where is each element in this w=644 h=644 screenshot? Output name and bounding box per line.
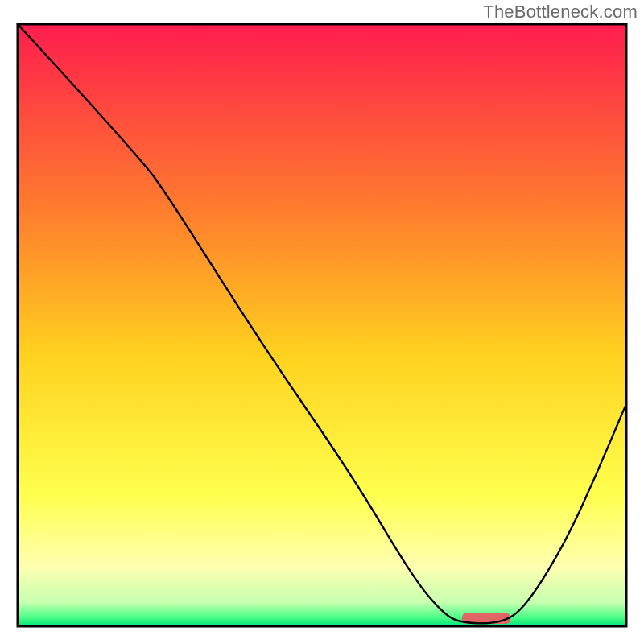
chart-background bbox=[18, 24, 626, 626]
watermark-text: TheBottleneck.com bbox=[483, 2, 638, 23]
bottleneck-chart bbox=[0, 0, 644, 644]
chart-container: TheBottleneck.com bbox=[0, 0, 644, 644]
